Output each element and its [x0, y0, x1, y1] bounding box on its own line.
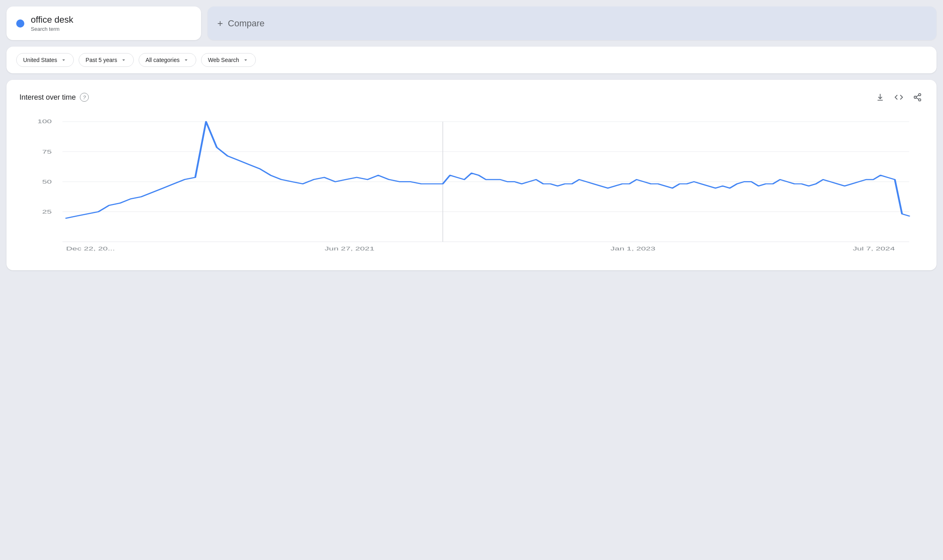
region-dropdown-icon — [60, 57, 67, 63]
x-label-jan2023: Jan 1, 2023 — [611, 246, 656, 252]
time-range-label: Past 5 years — [86, 57, 117, 63]
chart-container: 100 75 50 25 Dec 22, 20... Jun 27, 2021 … — [19, 113, 924, 259]
category-dropdown-icon — [183, 57, 189, 63]
compare-plus-icon: + — [217, 18, 223, 29]
filters-bar: United States Past 5 years All categorie… — [6, 47, 937, 73]
search-term-dot — [16, 19, 24, 28]
time-range-filter[interactable]: Past 5 years — [79, 53, 134, 67]
region-filter[interactable]: United States — [16, 53, 74, 67]
time-range-dropdown-icon — [120, 57, 127, 63]
download-button[interactable] — [874, 91, 886, 103]
search-term-label: Search term — [31, 26, 73, 32]
help-icon[interactable]: ? — [80, 93, 89, 102]
y-label-50: 50 — [42, 179, 52, 185]
compare-label: Compare — [228, 18, 264, 29]
x-label-dec2020: Dec 22, 20... — [66, 246, 115, 252]
y-label-100: 100 — [37, 119, 52, 125]
y-label-25: 25 — [42, 209, 52, 215]
region-label: United States — [23, 57, 57, 63]
share-button[interactable] — [911, 91, 924, 103]
svg-point-0 — [919, 94, 921, 96]
search-term-card: office desk Search term — [6, 6, 201, 40]
trend-chart: 100 75 50 25 Dec 22, 20... Jun 27, 2021 … — [19, 113, 924, 259]
chart-section: Interest over time ? — [6, 80, 937, 270]
category-filter[interactable]: All categories — [139, 53, 196, 67]
chart-title: Interest over time — [19, 93, 76, 102]
category-label: All categories — [146, 57, 180, 63]
search-type-dropdown-icon — [242, 57, 249, 63]
search-type-filter[interactable]: Web Search — [201, 53, 256, 67]
search-term-value: office desk — [31, 15, 73, 25]
x-label-jun2021: Jun 27, 2021 — [325, 246, 375, 252]
svg-point-1 — [914, 96, 917, 98]
search-type-label: Web Search — [208, 57, 239, 63]
chart-actions — [874, 91, 924, 103]
compare-card[interactable]: + Compare — [208, 6, 937, 40]
svg-point-2 — [919, 99, 921, 101]
y-label-75: 75 — [42, 149, 52, 155]
x-label-jul2024: Jul 7, 2024 — [853, 246, 895, 252]
embed-button[interactable] — [893, 91, 905, 103]
